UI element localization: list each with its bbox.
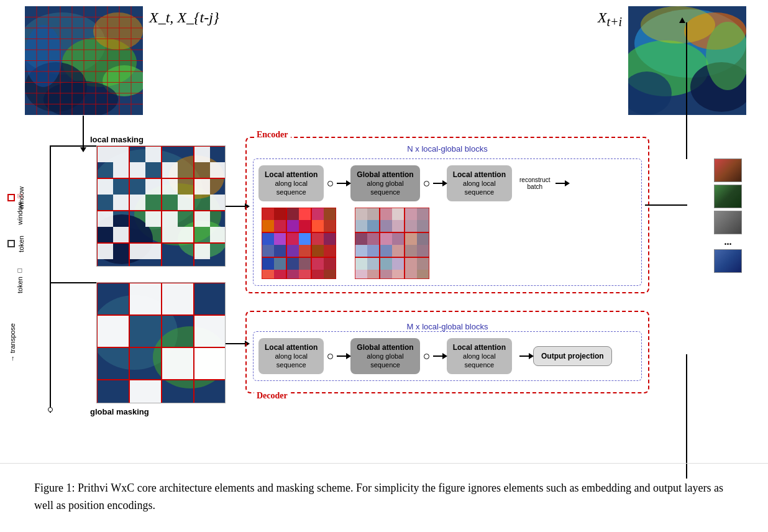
svg-rect-65: [113, 195, 129, 211]
svg-rect-116: [97, 315, 129, 347]
arrow-to-decoder-lower: [226, 343, 245, 344]
svg-rect-71: [210, 195, 226, 211]
svg-rect-79: [210, 211, 226, 227]
svg-rect-141: [311, 208, 324, 220]
svg-rect-51: [145, 162, 162, 178]
heatmap-1: [262, 208, 336, 279]
svg-rect-78: [194, 211, 210, 227]
heatmaps-row: [262, 208, 636, 279]
legend-window-icon: [7, 194, 15, 201]
svg-rect-198: [405, 232, 417, 245]
svg-rect-40: [97, 146, 113, 162]
svg-rect-70: [194, 195, 210, 211]
svg-rect-149: [262, 232, 274, 245]
global-attn-d-box: Global attention along globalsequence: [350, 338, 419, 374]
svg-rect-89: [113, 243, 129, 259]
svg-rect-199: [417, 232, 429, 245]
svg-rect-86: [194, 227, 210, 243]
svg-rect-46: [194, 146, 210, 162]
svg-rect-212: [355, 270, 367, 279]
svg-rect-47: [210, 146, 226, 162]
svg-rect-160: [324, 245, 336, 257]
svg-rect-95: [210, 243, 226, 259]
svg-rect-153: [311, 232, 324, 245]
svg-rect-194: [355, 232, 367, 245]
svg-rect-189: [367, 220, 380, 232]
vert-line-masking: [50, 145, 51, 413]
local-attn-d1-sub: along localsequence: [275, 352, 308, 369]
svg-rect-168: [274, 270, 286, 279]
svg-rect-215: [392, 270, 405, 279]
output-to-right-line: [686, 354, 687, 479]
svg-rect-195: [367, 232, 380, 245]
arrow-to-stacked: [555, 183, 565, 184]
svg-rect-190: [380, 220, 392, 232]
svg-rect-92: [162, 243, 178, 259]
svg-rect-202: [380, 245, 392, 257]
svg-rect-214: [380, 270, 392, 279]
global-masking-panel: [96, 282, 226, 403]
right-vert-line: [686, 22, 687, 159]
svg-rect-60: [162, 178, 178, 195]
svg-rect-210: [405, 257, 417, 270]
window-rotated-label: window □: [16, 193, 24, 225]
svg-rect-213: [367, 270, 380, 279]
circle-conn-d1: [327, 354, 333, 359]
svg-rect-82: [129, 227, 145, 243]
svg-rect-140: [299, 208, 311, 220]
svg-rect-158: [299, 245, 311, 257]
svg-rect-142: [324, 208, 336, 220]
svg-rect-201: [367, 245, 380, 257]
svg-rect-44: [162, 146, 178, 162]
svg-rect-93: [178, 243, 194, 259]
svg-rect-192: [405, 220, 417, 232]
arrow-d1-2: [337, 355, 347, 357]
svg-rect-183: [367, 208, 380, 220]
svg-rect-55: [210, 162, 226, 178]
arrow-2-3: [433, 183, 443, 184]
legend-token: token: [7, 236, 25, 252]
decoder-inner-box: Local attention along localsequence Glob…: [253, 331, 642, 381]
svg-rect-217: [417, 270, 429, 279]
heatmap-2: [355, 208, 429, 279]
svg-rect-185: [392, 208, 405, 220]
svg-rect-45: [178, 146, 194, 162]
local-attn-d1-box: Local attention along localsequence: [258, 338, 324, 374]
svg-rect-162: [274, 257, 286, 270]
svg-rect-148: [324, 220, 336, 232]
right-top-arrow: [679, 17, 685, 23]
svg-rect-48: [97, 162, 113, 178]
svg-rect-186: [405, 208, 417, 220]
svg-rect-147: [311, 220, 324, 232]
legend-token-icon: [7, 240, 15, 247]
svg-rect-53: [178, 162, 194, 178]
svg-rect-172: [324, 270, 336, 279]
decoder-box: Decoder M x local-global blocks Local at…: [245, 311, 649, 393]
n-blocks-label: N x local-global blocks: [253, 144, 642, 154]
svg-rect-67: [145, 195, 162, 211]
encoder-attn-row: Local attention along localsequence Glob…: [258, 165, 636, 201]
svg-rect-63: [210, 178, 226, 195]
svg-point-4: [93, 12, 143, 50]
svg-rect-94: [194, 243, 210, 259]
horiz-line-to-local: [50, 145, 96, 147]
stack-img-4: [714, 249, 742, 273]
svg-rect-164: [299, 257, 311, 270]
svg-rect-156: [274, 245, 286, 257]
svg-rect-62: [194, 178, 210, 195]
svg-rect-144: [274, 220, 286, 232]
stack-img-2: [714, 185, 742, 208]
svg-rect-170: [299, 270, 311, 279]
svg-rect-203: [392, 245, 405, 257]
svg-rect-209: [392, 257, 405, 270]
svg-rect-69: [178, 195, 194, 211]
local-attn-1-sub: along localsequence: [275, 180, 308, 196]
svg-rect-120: [194, 347, 226, 380]
stack-img-3: [714, 211, 742, 234]
reconstruct-label: reconstructbatch: [519, 177, 550, 190]
arrow-1-2: [337, 183, 347, 184]
svg-rect-85: [178, 227, 194, 243]
svg-rect-75: [145, 211, 162, 227]
svg-rect-58: [129, 178, 145, 195]
svg-rect-56: [97, 178, 113, 195]
